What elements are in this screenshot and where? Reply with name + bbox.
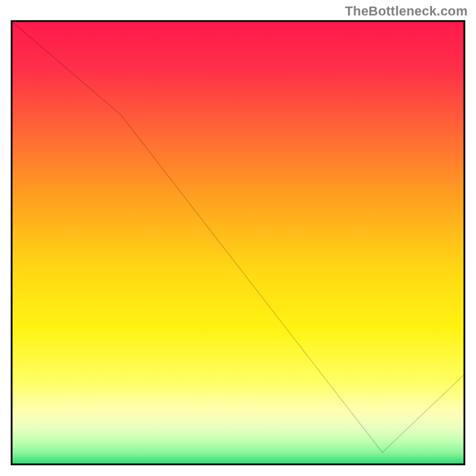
line-curve [12, 22, 464, 464]
plot-frame [11, 20, 465, 465]
watermark-text: TheBottleneck.com [345, 4, 468, 19]
chart-container: TheBottleneck.com [0, 0, 476, 476]
